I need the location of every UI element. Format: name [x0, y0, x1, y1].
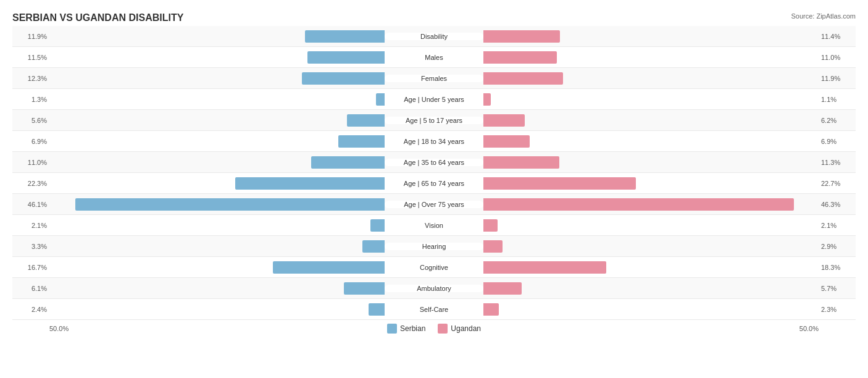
- right-value: 2.1%: [819, 222, 856, 229]
- left-bar-container: [49, 198, 385, 211]
- left-bar: [307, 51, 385, 64]
- right-value: 6.9%: [819, 138, 856, 145]
- right-value: 22.7%: [819, 180, 856, 187]
- bar-row: 11.5% Males 11.0%: [12, 47, 856, 68]
- right-value: 2.9%: [819, 243, 856, 250]
- right-bar: [483, 114, 525, 127]
- right-bar-container: [483, 303, 819, 316]
- bar-label: Age | 35 to 64 years: [385, 159, 483, 166]
- source-label: Source: ZipAtlas.com: [791, 12, 856, 20]
- right-bar-container: [483, 135, 819, 148]
- right-value: 11.4%: [819, 33, 856, 40]
- footer-left-label: 50.0%: [49, 325, 86, 332]
- left-value: 46.1%: [12, 201, 49, 208]
- legend-serbian-label: Serbian: [400, 324, 425, 333]
- right-value: 1.1%: [819, 96, 856, 103]
- serbian-color-box: [387, 324, 397, 334]
- right-bar-container: [483, 177, 819, 190]
- left-value: 5.6%: [12, 117, 49, 124]
- right-bar-container: [483, 240, 819, 253]
- left-value: 2.1%: [12, 222, 49, 229]
- chart-legend: Serbian Ugandan: [86, 324, 782, 334]
- left-bar: [305, 30, 385, 43]
- legend-serbian: Serbian: [387, 324, 425, 334]
- right-bar-container: [483, 282, 819, 295]
- left-bar-container: [49, 303, 385, 316]
- bar-row: 1.3% Age | Under 5 years 1.1%: [12, 89, 856, 110]
- left-value: 22.3%: [12, 180, 49, 187]
- left-value: 11.5%: [12, 54, 49, 61]
- left-value: 2.4%: [12, 306, 49, 313]
- right-bar-container: [483, 261, 819, 274]
- left-bar: [376, 93, 385, 106]
- left-value: 1.3%: [12, 96, 49, 103]
- right-value: 18.3%: [819, 264, 856, 271]
- right-value: 11.0%: [819, 54, 856, 61]
- left-bar: [370, 219, 385, 232]
- left-bar-container: [49, 240, 385, 253]
- chart-area: 11.9% Disability 11.4% 11.5% Males 11.0%…: [12, 26, 856, 320]
- right-bar: [483, 177, 636, 190]
- left-bar-container: [49, 114, 385, 127]
- left-value: 11.9%: [12, 33, 49, 40]
- right-bar: [483, 93, 491, 106]
- left-bar: [235, 177, 385, 190]
- bar-row: 16.7% Cognitive 18.3%: [12, 257, 856, 278]
- left-bar-container: [49, 177, 385, 190]
- chart-container: SERBIAN VS UGANDAN DISABILITY Source: Zi…: [12, 6, 856, 340]
- bar-label: Disability: [385, 33, 483, 40]
- left-value: 16.7%: [12, 264, 49, 271]
- bar-label: Age | Under 5 years: [385, 96, 483, 103]
- bar-row: 22.3% Age | 65 to 74 years 22.7%: [12, 173, 856, 194]
- bar-row: 2.1% Vision 2.1%: [12, 215, 856, 236]
- left-bar-container: [49, 135, 385, 148]
- left-bar: [344, 282, 385, 295]
- bar-label: Age | 18 to 34 years: [385, 138, 483, 145]
- right-bar: [483, 261, 606, 274]
- right-bar: [483, 198, 794, 211]
- bar-label: Vision: [385, 222, 483, 229]
- bar-label: Self-Care: [385, 306, 483, 313]
- right-value: 11.9%: [819, 75, 856, 82]
- bar-label: Hearing: [385, 243, 483, 250]
- right-value: 2.3%: [819, 306, 856, 313]
- right-bar-container: [483, 198, 819, 211]
- right-bar-container: [483, 219, 819, 232]
- bar-label: Age | 5 to 17 years: [385, 117, 483, 124]
- left-bar: [369, 303, 385, 316]
- left-bar: [362, 240, 385, 253]
- bar-row: 11.0% Age | 35 to 64 years 11.3%: [12, 152, 856, 173]
- left-bar: [311, 156, 385, 169]
- left-bar-container: [49, 219, 385, 232]
- footer-right-label: 50.0%: [782, 325, 819, 332]
- left-value: 6.1%: [12, 285, 49, 292]
- left-bar-container: [49, 51, 385, 64]
- right-bar: [483, 282, 522, 295]
- legend-ugandan-label: Ugandan: [451, 324, 481, 333]
- right-bar-container: [483, 51, 819, 64]
- left-bar-container: [49, 156, 385, 169]
- left-bar: [75, 198, 385, 211]
- left-bar-container: [49, 30, 385, 43]
- bar-label: Ambulatory: [385, 285, 483, 292]
- right-value: 6.2%: [819, 117, 856, 124]
- left-value: 6.9%: [12, 138, 49, 145]
- right-bar-container: [483, 93, 819, 106]
- bar-label: Cognitive: [385, 264, 483, 271]
- left-value: 3.3%: [12, 243, 49, 250]
- right-bar: [483, 303, 499, 316]
- bar-row: 6.1% Ambulatory 5.7%: [12, 278, 856, 299]
- bar-row: 11.9% Disability 11.4%: [12, 26, 856, 47]
- right-value: 46.3%: [819, 201, 856, 208]
- right-bar-container: [483, 72, 819, 85]
- left-bar: [347, 114, 385, 127]
- left-value: 11.0%: [12, 159, 49, 166]
- right-bar: [483, 51, 557, 64]
- bar-label: Males: [385, 54, 483, 61]
- left-bar: [302, 72, 385, 85]
- left-bar-container: [49, 261, 385, 274]
- bar-row: 6.9% Age | 18 to 34 years 6.9%: [12, 131, 856, 152]
- bar-row: 5.6% Age | 5 to 17 years 6.2%: [12, 110, 856, 131]
- bar-label: Age | 65 to 74 years: [385, 180, 483, 187]
- right-bar: [483, 135, 530, 148]
